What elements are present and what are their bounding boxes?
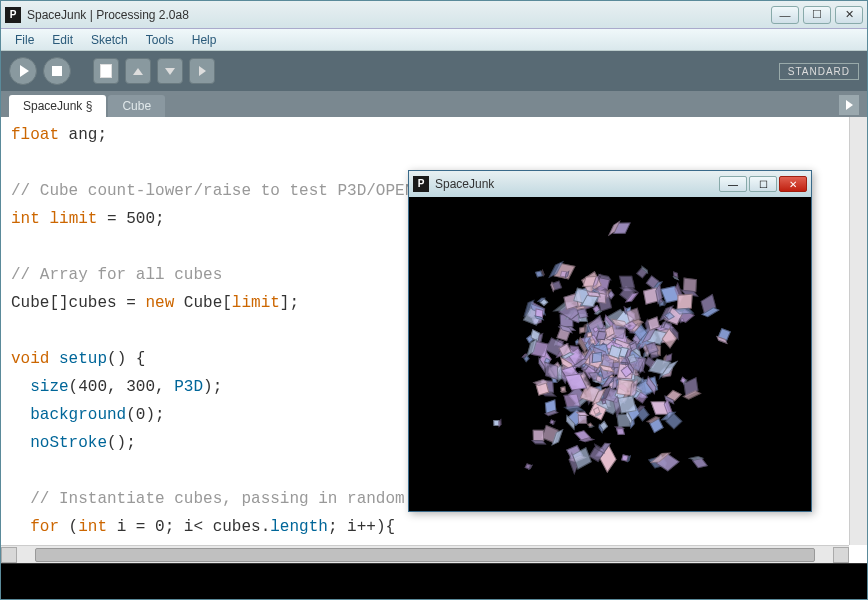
titlebar[interactable]: P SpaceJunk | Processing 2.0a8 — ☐ ✕: [1, 1, 867, 29]
tab-spacejunk[interactable]: SpaceJunk §: [9, 95, 106, 117]
tab-menu-button[interactable]: [839, 95, 859, 115]
horizontal-scrollbar[interactable]: [1, 545, 849, 563]
arrow-up-icon: [133, 68, 143, 75]
arrow-right-icon: [199, 66, 206, 76]
output-minimize-button[interactable]: —: [719, 176, 747, 192]
menu-help[interactable]: Help: [184, 31, 225, 49]
scroll-left-button[interactable]: [1, 547, 17, 563]
tab-bar: SpaceJunk § Cube: [1, 91, 867, 117]
document-icon: [100, 64, 112, 78]
menu-file[interactable]: File: [7, 31, 42, 49]
menu-edit[interactable]: Edit: [44, 31, 81, 49]
window-controls: — ☐ ✕: [771, 6, 863, 24]
scroll-right-button[interactable]: [833, 547, 849, 563]
menubar: File Edit Sketch Tools Help: [1, 29, 867, 51]
stop-icon: [52, 66, 62, 76]
output-app-icon: P: [413, 176, 429, 192]
maximize-button[interactable]: ☐: [803, 6, 831, 24]
output-close-button[interactable]: ✕: [779, 176, 807, 192]
output-window-title: SpaceJunk: [435, 177, 719, 191]
vertical-scrollbar[interactable]: [849, 117, 867, 545]
sketch-output-window[interactable]: P SpaceJunk — ☐ ✕: [408, 170, 812, 512]
export-button[interactable]: [189, 58, 215, 84]
window-title: SpaceJunk | Processing 2.0a8: [27, 8, 771, 22]
arrow-down-icon: [165, 68, 175, 75]
menu-tools[interactable]: Tools: [138, 31, 182, 49]
output-window-controls: — ☐ ✕: [719, 176, 807, 192]
save-button[interactable]: [157, 58, 183, 84]
run-button[interactable]: [9, 57, 37, 85]
chevron-right-icon: [846, 100, 853, 110]
console-panel: [1, 563, 867, 599]
output-titlebar[interactable]: P SpaceJunk — ☐ ✕: [409, 171, 811, 197]
scroll-thumb[interactable]: [35, 548, 815, 562]
new-button[interactable]: [93, 58, 119, 84]
minimize-button[interactable]: —: [771, 6, 799, 24]
mode-selector[interactable]: STANDARD: [779, 63, 859, 80]
menu-sketch[interactable]: Sketch: [83, 31, 136, 49]
open-button[interactable]: [125, 58, 151, 84]
output-maximize-button[interactable]: ☐: [749, 176, 777, 192]
tab-cube[interactable]: Cube: [108, 95, 165, 117]
stop-button[interactable]: [43, 57, 71, 85]
app-icon: P: [5, 7, 21, 23]
sketch-canvas: [413, 201, 807, 507]
play-icon: [20, 65, 29, 77]
close-button[interactable]: ✕: [835, 6, 863, 24]
toolbar: STANDARD: [1, 51, 867, 91]
